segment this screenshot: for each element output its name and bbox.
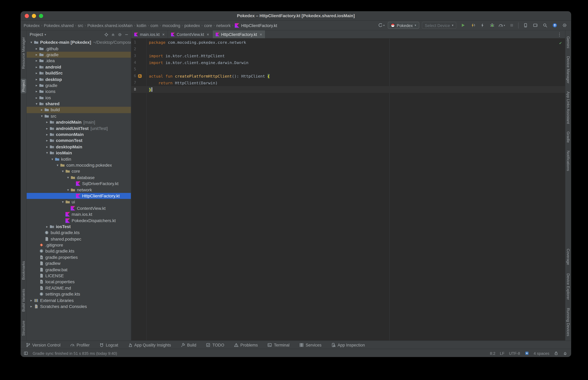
- chevron-right-icon[interactable]: ▸: [34, 47, 39, 50]
- run-configuration-select[interactable]: Pokedex ▾: [388, 22, 419, 29]
- update-available-button[interactable]: [551, 21, 558, 29]
- caret-position-widget[interactable]: 8:2: [490, 351, 495, 355]
- tool-window-button-profiler[interactable]: Profiler: [70, 342, 90, 347]
- tree-item-main-ios-kt[interactable]: main.ios.kt: [27, 211, 131, 217]
- tree-item-core[interactable]: ▾core: [27, 168, 131, 174]
- chevron-right-icon[interactable]: ▸: [29, 298, 34, 302]
- profile-button[interactable]: ▾: [498, 21, 506, 29]
- code-line-7[interactable]: 7 return HttpClient(Darwin): [131, 79, 565, 86]
- notifications-icon[interactable]: [563, 351, 568, 355]
- chevron-right-icon[interactable]: ▸: [34, 96, 39, 99]
- status-widget-icon[interactable]: [525, 351, 529, 355]
- tool-window-button-device-manager[interactable]: Device Manager: [566, 55, 571, 85]
- chevron-right-icon[interactable]: ▸: [34, 65, 39, 69]
- file-encoding-widget[interactable]: UTF-8: [509, 351, 520, 355]
- tool-window-button-services[interactable]: Services: [299, 342, 321, 347]
- tree-item-build-gradle-kts[interactable]: Gbuild.gradle.kts: [27, 230, 131, 236]
- chevron-right-icon[interactable]: ▸: [34, 71, 39, 75]
- chevron-right-icon[interactable]: ▸: [39, 108, 44, 112]
- tree-item-license[interactable]: LICENSE: [27, 273, 131, 279]
- chevron-down-icon[interactable]: ▾: [61, 200, 65, 204]
- tree-item-pokedex-main-pokedex[interactable]: ▾Pokedex-main [Pokedex]~/Desktop/Compose…: [27, 39, 131, 45]
- tool-window-button-device-explorer[interactable]: Device Explorer: [566, 272, 571, 301]
- code-line-1[interactable]: 1package com.mocoding.pokedex.core.netwo…: [131, 39, 565, 46]
- tree-item-buildsrc[interactable]: ▸buildSrc: [27, 70, 131, 76]
- editor[interactable]: ✔ 1package com.mocoding.pokedex.core.net…: [131, 38, 565, 341]
- run-button[interactable]: [459, 21, 466, 29]
- chevron-right-icon[interactable]: ▸: [45, 120, 49, 124]
- editor-tab-httpclientfactory-kt[interactable]: HttpClientFactory.kt×: [212, 30, 265, 38]
- tool-window-button-gradle[interactable]: Gradle: [566, 130, 571, 144]
- close-tab-icon[interactable]: ×: [162, 32, 165, 37]
- breadcrumb-item-httpclientfactory-kt[interactable]: HttpClientFactory.kt: [241, 23, 278, 28]
- tool-window-button-project[interactable]: Project: [20, 79, 26, 93]
- project-view-selector[interactable]: Project ▾: [30, 32, 46, 37]
- tree-item-desktop[interactable]: ▸desktop: [27, 76, 131, 82]
- tool-window-button-logcat[interactable]: Logcat: [99, 342, 118, 347]
- tool-window-button-gemini[interactable]: Gemini: [566, 35, 571, 50]
- tree-item-contentview-kt[interactable]: ContentView.kt: [27, 205, 131, 211]
- breadcrumb-item-pokedex-shared[interactable]: Pokedex.shared: [43, 23, 74, 28]
- hide-panel-icon[interactable]: [124, 32, 129, 37]
- tree-item-sqldriverfactory-kt[interactable]: SqlDriverFactory.kt: [27, 180, 131, 187]
- tool-window-switcher-icon[interactable]: [24, 351, 28, 355]
- tree-item-icons[interactable]: ▸icons: [27, 89, 131, 95]
- status-message[interactable]: Gradle sync finished in 51 s 835 ms (tod…: [33, 351, 485, 355]
- tool-window-button-build[interactable]: Build: [181, 342, 196, 347]
- tree-item-idea[interactable]: ▸.idea: [27, 58, 131, 64]
- tool-window-button-app-inspection[interactable]: App Inspection: [331, 342, 365, 347]
- tree-item-github[interactable]: ▸.github: [27, 45, 131, 52]
- tool-window-button-version-control[interactable]: Version Control: [26, 342, 61, 347]
- tree-item-database[interactable]: ▾database: [27, 174, 131, 180]
- panel-options-icon[interactable]: [118, 32, 122, 37]
- breadcrumb-item-com[interactable]: com: [150, 23, 159, 28]
- apply-code-changes-button[interactable]: [479, 21, 486, 29]
- tree-item-pokedexdispatchers-kt[interactable]: PokedexDispatchers.kt: [27, 217, 131, 224]
- apply-changes-button[interactable]: [469, 21, 476, 29]
- tool-window-button-terminal[interactable]: Terminal: [267, 342, 289, 347]
- code-line-3[interactable]: 3import io.ktor.client.HttpClient: [131, 52, 565, 59]
- chevron-right-icon[interactable]: ▸: [45, 126, 49, 130]
- tool-window-button-todo[interactable]: TODO: [206, 342, 224, 347]
- breadcrumb-item-pokedex[interactable]: Pokedex: [23, 23, 41, 28]
- chevron-down-icon[interactable]: ▾: [45, 151, 49, 155]
- line-separator-widget[interactable]: LF: [500, 351, 505, 355]
- chevron-right-icon[interactable]: ▸: [45, 133, 49, 136]
- code-line-6[interactable]: 6Aactual fun createPlatformHttpClient():…: [131, 73, 565, 79]
- tool-window-button-problems[interactable]: Problems: [234, 342, 258, 347]
- chevron-down-icon[interactable]: ▾: [39, 114, 44, 118]
- chevron-right-icon[interactable]: ▸: [34, 53, 39, 57]
- tool-window-button-resource-manager[interactable]: Resource Manager: [20, 36, 26, 71]
- zoom-window-button[interactable]: [39, 14, 43, 18]
- debug-button[interactable]: [488, 21, 496, 29]
- tool-window-button-notifications[interactable]: Notifications: [566, 149, 571, 172]
- tree-item-shared[interactable]: ▾shared: [27, 101, 131, 107]
- collapse-all-icon[interactable]: [111, 32, 115, 37]
- chevron-right-icon[interactable]: ▸: [29, 304, 34, 308]
- tool-window-button-app-quality-insights[interactable]: App Quality Insights: [128, 342, 171, 347]
- title-bar[interactable]: Pokedex – HttpClientFactory.kt [Pokedex.…: [20, 11, 571, 20]
- chevron-right-icon[interactable]: ▸: [45, 145, 49, 149]
- chevron-right-icon[interactable]: ▸: [34, 77, 39, 81]
- tree-item-shared-podspec[interactable]: shared.podspec: [27, 236, 131, 242]
- chevron-right-icon[interactable]: ▸: [34, 84, 39, 87]
- editor-tab-main-ios-kt[interactable]: main.ios.kt×: [131, 30, 168, 38]
- tree-item-gradlew[interactable]: gradlew: [27, 260, 131, 266]
- chevron-down-icon[interactable]: ▾: [66, 188, 71, 191]
- minimize-window-button[interactable]: [32, 14, 36, 18]
- breadcrumb-item-kotlin[interactable]: kotlin: [136, 23, 147, 28]
- tool-window-button-coverage[interactable]: Coverage: [566, 247, 571, 267]
- device-select[interactable]: Select Device ▾: [422, 22, 456, 29]
- tree-item-readme-md[interactable]: README.md: [27, 285, 131, 291]
- tree-item-commonmain[interactable]: ▸commonMain: [27, 132, 131, 138]
- tree-item-gradle-properties[interactable]: gradle.properties: [27, 254, 131, 260]
- close-window-button[interactable]: [25, 14, 29, 18]
- select-opened-file-icon[interactable]: [104, 32, 108, 37]
- chevron-right-icon[interactable]: ▸: [45, 139, 49, 142]
- tool-window-button-app-links-assistant[interactable]: App Links Assistant: [566, 90, 571, 125]
- sync-icon[interactable]: ▾: [378, 21, 385, 29]
- tree-item-commontest[interactable]: ▸commonTest: [27, 138, 131, 144]
- close-tab-icon[interactable]: ×: [207, 32, 209, 37]
- chevron-down-icon[interactable]: ▾: [66, 175, 71, 179]
- breadcrumb-item-mocoding[interactable]: mocoding: [162, 23, 181, 28]
